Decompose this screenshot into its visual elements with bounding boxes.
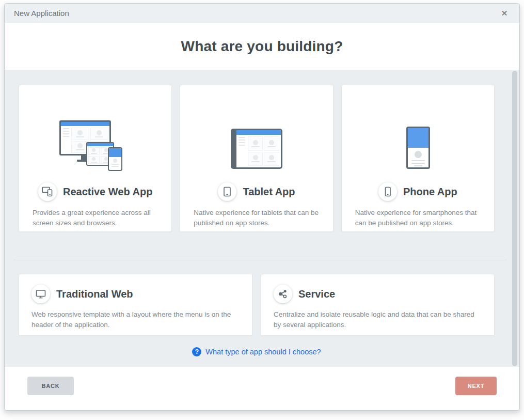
phone-graphic [108, 147, 122, 171]
card-service[interactable]: Service Centralize and isolate reusable … [261, 274, 495, 336]
card-description: Web responsive template with a layout wh… [31, 309, 240, 330]
card-traditional-web[interactable]: Traditional Web Web responsive template … [19, 274, 252, 336]
card-title: Tablet App [243, 186, 295, 198]
devices-icon [38, 182, 57, 201]
dialog-footer: BACK NEXT [5, 367, 519, 410]
monitor-icon [31, 285, 50, 303]
back-button[interactable]: BACK [27, 377, 74, 395]
section-divider [13, 260, 507, 260]
card-description: Native experience for smartphones that c… [342, 208, 494, 228]
tablet-landscape-graphic [231, 129, 282, 169]
help-link[interactable]: What type of app should I choose? [205, 348, 321, 356]
tablet-illustration [180, 85, 332, 174]
close-icon[interactable]: ✕ [499, 8, 510, 19]
dialog-body: Reactive Web App Provides a great experi… [5, 70, 519, 367]
page-title: What are you building? [181, 38, 343, 55]
help-question-icon[interactable]: ? [192, 347, 201, 356]
tablet-icon [218, 182, 236, 201]
reactive-illustration [19, 85, 171, 174]
scrollbar-thumb[interactable] [512, 71, 517, 366]
phone-portrait-graphic [406, 127, 430, 169]
secondary-card-row: Traditional Web Web responsive template … [19, 274, 495, 336]
card-reactive-web-app[interactable]: Reactive Web App Provides a great experi… [19, 85, 172, 232]
dialog-title: New Application [14, 9, 69, 18]
card-title: Phone App [403, 186, 457, 198]
card-title: Reactive Web App [63, 186, 152, 198]
next-button[interactable]: NEXT [455, 377, 497, 395]
card-title: Traditional Web [56, 288, 133, 300]
card-description: Provides a great experience across all s… [19, 208, 171, 228]
phone-icon [378, 182, 397, 201]
new-application-dialog: New Application ✕ What are you building? [4, 3, 520, 411]
card-title: Service [298, 288, 335, 300]
heading-section: What are you building? [5, 23, 519, 70]
service-nodes-icon [274, 285, 292, 303]
card-tablet-app[interactable]: Tablet App Native experience for tablets… [180, 85, 333, 232]
primary-card-row: Reactive Web App Provides a great experi… [19, 85, 495, 232]
card-description: Native experience for tablets that can b… [180, 208, 332, 228]
card-phone-app[interactable]: Phone App Native experience for smartpho… [341, 85, 495, 232]
dialog-titlebar: New Application ✕ [5, 4, 519, 23]
help-row: ? What type of app should I choose? [19, 347, 495, 356]
phone-illustration [342, 85, 494, 174]
card-description: Centralize and isolate reusable logic an… [274, 309, 482, 330]
